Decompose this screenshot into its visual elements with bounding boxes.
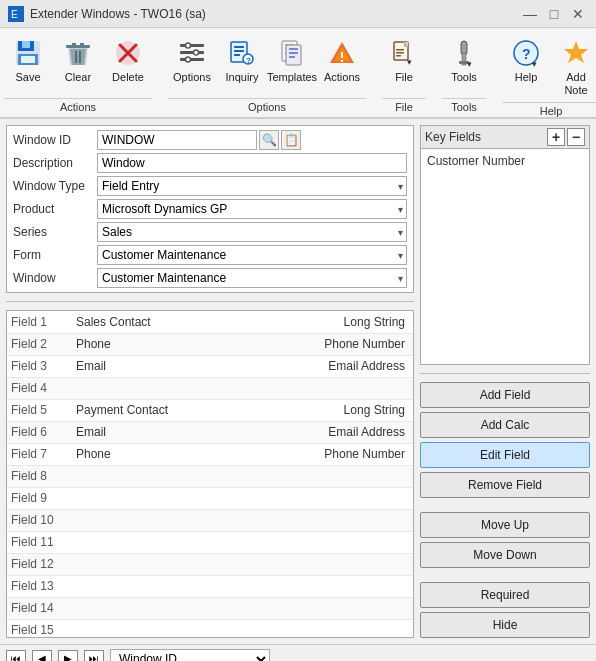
field-type: Email Address: [249, 355, 413, 377]
window-id-row: Window ID 🔍 📋: [13, 130, 407, 150]
toolbar: Save Clear: [0, 28, 596, 119]
table-row[interactable]: Field 4: [7, 377, 413, 399]
field-name: [72, 597, 249, 619]
key-fields-add-button[interactable]: +: [547, 128, 565, 146]
options-button[interactable]: Options: [168, 32, 216, 96]
nav-first-button[interactable]: ⏮: [6, 650, 26, 661]
table-row[interactable]: Field 8: [7, 465, 413, 487]
window-select[interactable]: Customer Maintenance: [97, 268, 407, 288]
window-id-search-button[interactable]: 🔍: [259, 130, 279, 150]
field-type: [249, 531, 413, 553]
svg-rect-6: [21, 56, 35, 63]
nav-last-button[interactable]: ⏭: [84, 650, 104, 661]
file-button[interactable]: ▾ File: [382, 32, 426, 96]
field-label: Field 14: [7, 597, 72, 619]
required-button[interactable]: Required: [420, 582, 590, 608]
title-bar-text: Extender Windows - TWO16 (sa): [30, 7, 520, 21]
toolbar-group-file: ▾ File File: [382, 32, 426, 113]
product-select[interactable]: Microsoft Dynamics GP: [97, 199, 407, 219]
key-fields-remove-button[interactable]: −: [567, 128, 585, 146]
field-name: [72, 465, 249, 487]
delete-button[interactable]: Delete: [104, 32, 152, 96]
table-row[interactable]: Field 1 Sales Contact Long String: [7, 311, 413, 333]
nav-prev-button[interactable]: ◀: [32, 650, 52, 661]
addnote-button[interactable]: Add Note: [552, 32, 596, 100]
table-row[interactable]: Field 5 Payment Contact Long String: [7, 399, 413, 421]
tools-label: Tools: [451, 71, 477, 84]
field-name: Sales Contact: [72, 311, 249, 333]
help-icon: ? ▾: [510, 37, 542, 69]
table-row[interactable]: Field 3 Email Email Address: [7, 355, 413, 377]
table-row[interactable]: Field 13: [7, 575, 413, 597]
actions-button[interactable]: Actions: [318, 32, 366, 96]
series-label: Series: [13, 225, 93, 239]
table-row[interactable]: Field 15: [7, 619, 413, 638]
inquiry-button[interactable]: ? Inquiry: [218, 32, 266, 96]
key-field-item[interactable]: Customer Number: [425, 153, 585, 169]
table-row[interactable]: Field 2 Phone Phone Number: [7, 333, 413, 355]
field-type: Email Address: [249, 421, 413, 443]
move-down-button[interactable]: Move Down: [420, 542, 590, 568]
tools-icon: ▾: [448, 37, 480, 69]
svg-rect-37: [341, 52, 343, 58]
window-row: Window Customer Maintenance: [13, 268, 407, 288]
toolbar-group-help: ? ▾ Help Add Note Help: [502, 32, 596, 117]
move-up-button[interactable]: Move Up: [420, 512, 590, 538]
field-label: Field 8: [7, 465, 72, 487]
maximize-button[interactable]: □: [544, 4, 564, 24]
options-icon: [176, 37, 208, 69]
minimize-button[interactable]: —: [520, 4, 540, 24]
field-type: Long String: [249, 399, 413, 421]
form-select[interactable]: Customer Maintenance: [97, 245, 407, 265]
field-name: [72, 377, 249, 399]
table-row[interactable]: Field 10: [7, 509, 413, 531]
field-label: Field 13: [7, 575, 72, 597]
svg-rect-43: [396, 52, 404, 54]
options-group-label: Options: [168, 98, 366, 113]
close-button[interactable]: ✕: [568, 4, 588, 24]
table-row[interactable]: Field 11: [7, 531, 413, 553]
actions-label: Actions: [324, 71, 360, 84]
svg-rect-42: [396, 49, 404, 51]
title-bar: E Extender Windows - TWO16 (sa) — □ ✕: [0, 0, 596, 28]
table-row[interactable]: Field 6 Email Email Address: [7, 421, 413, 443]
remove-field-button[interactable]: Remove Field: [420, 472, 590, 498]
svg-rect-38: [341, 60, 343, 62]
toolbar-group-tools: ▾ Tools Tools: [442, 32, 486, 113]
edit-field-button[interactable]: Edit Field: [420, 442, 590, 468]
toolbar-group-options: Options ? Inquiry: [168, 32, 366, 113]
window-id-input[interactable]: [97, 130, 257, 150]
series-select[interactable]: Sales: [97, 222, 407, 242]
field-type: [249, 619, 413, 638]
add-calc-button[interactable]: Add Calc: [420, 412, 590, 438]
clear-button[interactable]: Clear: [54, 32, 102, 96]
tools-button[interactable]: ▾ Tools: [442, 32, 486, 96]
key-fields-header: Key Fields + −: [421, 126, 589, 149]
add-field-button[interactable]: Add Field: [420, 382, 590, 408]
product-row: Product Microsoft Dynamics GP: [13, 199, 407, 219]
table-row[interactable]: Field 14: [7, 597, 413, 619]
svg-rect-23: [234, 50, 244, 52]
addnote-label: Add Note: [555, 71, 596, 97]
clear-icon: [62, 37, 94, 69]
hide-button[interactable]: Hide: [420, 612, 590, 638]
help-label: Help: [515, 71, 538, 84]
svg-rect-22: [234, 46, 244, 48]
nav-next-button[interactable]: ▶: [58, 650, 78, 661]
field-label: Field 2: [7, 333, 72, 355]
svg-rect-16: [180, 51, 204, 54]
table-row[interactable]: Field 12: [7, 553, 413, 575]
table-row[interactable]: Field 9: [7, 487, 413, 509]
window-type-select[interactable]: Field Entry: [97, 176, 407, 196]
save-button[interactable]: Save: [4, 32, 52, 96]
table-row[interactable]: Field 7 Phone Phone Number: [7, 443, 413, 465]
window-id-copy-button[interactable]: 📋: [281, 130, 301, 150]
svg-text:▾: ▾: [532, 59, 537, 67]
fields-section[interactable]: Field 1 Sales Contact Long String Field …: [6, 310, 414, 638]
help-button[interactable]: ? ▾ Help: [502, 32, 550, 100]
form-row: Form Customer Maintenance: [13, 245, 407, 265]
templates-button[interactable]: Templates: [268, 32, 316, 96]
field-name: [72, 487, 249, 509]
key-fields-title: Key Fields: [425, 130, 481, 144]
status-select[interactable]: Window ID: [110, 649, 270, 661]
